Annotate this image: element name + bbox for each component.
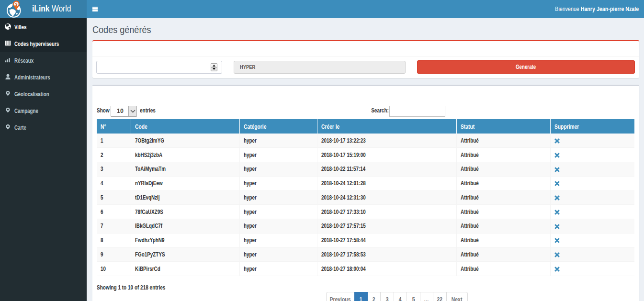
svg-text:$: $ bbox=[15, 2, 17, 7]
